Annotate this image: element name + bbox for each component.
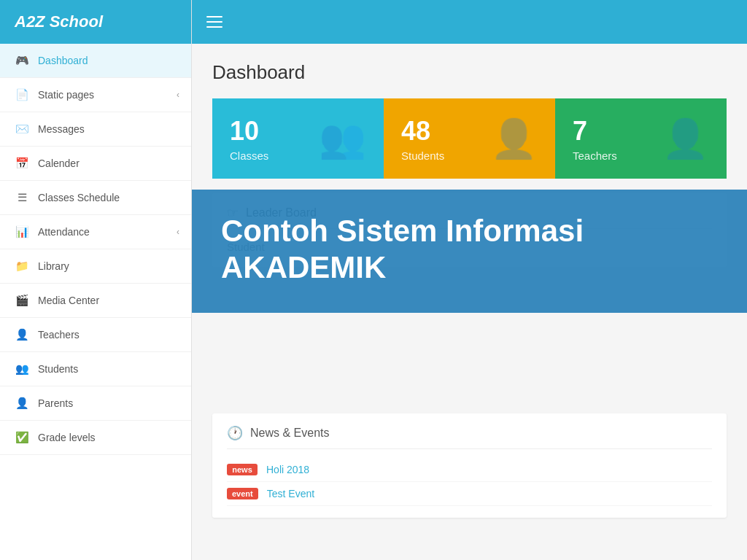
teachers-icon: 👤 <box>662 120 709 158</box>
sidebar-item-dashboard[interactable]: 🎮 Dashboard <box>0 44 191 78</box>
classes-schedule-icon: ☰ <box>15 191 29 204</box>
sidebar-item-classes-schedule[interactable]: ☰ Classes Schedule <box>0 181 191 215</box>
sidebar-header: A2Z School <box>0 0 191 44</box>
news-link-1[interactable]: Test Event <box>267 488 314 499</box>
stat-card-teachers[interactable]: 7 Teachers 👤 <box>555 98 727 179</box>
hamburger-line-1 <box>206 16 222 18</box>
stat-cards-row: 10 Classes 👥 48 Students 👤 7 Teachers 👤 <box>212 98 727 179</box>
static-pages-icon: 📄 <box>15 88 29 101</box>
students-icon: 👤 <box>490 120 538 158</box>
sidebar: A2Z School 🎮 Dashboard 📄 Static pages ‹ … <box>0 0 192 560</box>
stat-card-students[interactable]: 48 Students 👤 <box>384 98 555 179</box>
news-events-icon: 🕐 <box>227 425 243 441</box>
main-area: Dashboard 10 Classes 👥 48 Students 👤 7 <box>192 0 747 560</box>
chevron-icon-attendance: ‹ <box>177 227 179 237</box>
news-item-1: event Test Event <box>227 482 712 506</box>
sidebar-item-calender[interactable]: 📅 Calender <box>0 147 191 181</box>
stat-card-students-text: 48 Students <box>401 116 444 162</box>
grade-levels-icon: ✅ <box>15 431 29 444</box>
calender-icon: 📅 <box>15 157 29 170</box>
teachers-number: 7 <box>573 116 617 147</box>
hamburger-line-2 <box>206 21 222 23</box>
hamburger-line-3 <box>206 26 222 28</box>
topbar <box>192 0 747 44</box>
media-center-icon: 🎬 <box>15 294 29 307</box>
stat-card-teachers-text: 7 Teachers <box>573 116 617 162</box>
news-item-0: news Holi 2018 <box>227 458 712 482</box>
overlay-banner: Contoh Sistem Informasi AKADEMIK <box>192 190 747 313</box>
sidebar-label-attendance: Attendance <box>38 226 90 238</box>
sidebar-label-calender: Calender <box>38 158 80 169</box>
news-link-0[interactable]: Holi 2018 <box>266 464 309 475</box>
sidebar-item-attendance[interactable]: 📊 Attendance ‹ <box>0 215 191 249</box>
sidebar-label-static-pages: Static pages <box>38 89 94 101</box>
sidebar-label-classes-schedule: Classes Schedule <box>38 192 120 203</box>
sidebar-item-parents[interactable]: 👤 Parents <box>0 386 191 421</box>
library-icon: 📁 <box>15 260 29 273</box>
news-badge-0: news <box>227 464 258 475</box>
content-area: Dashboard 10 Classes 👥 48 Students 👤 7 <box>192 44 747 560</box>
sidebar-item-teachers[interactable]: 👤 Teachers <box>0 318 191 352</box>
sidebar-label-media-center: Media Center <box>38 295 99 306</box>
classes-label: Classes <box>230 149 268 162</box>
news-events-header: 🕐 News & Events <box>227 425 712 449</box>
news-events-title: News & Events <box>250 427 329 440</box>
sidebar-item-messages[interactable]: ✉️ Messages <box>0 112 191 147</box>
teachers-label: Teachers <box>573 149 617 162</box>
app-logo: A2Z School <box>15 12 103 31</box>
students-number: 48 <box>401 116 444 147</box>
sidebar-label-parents: Parents <box>38 397 73 409</box>
hamburger-button[interactable] <box>206 16 222 28</box>
sidebar-label-messages: Messages <box>38 123 85 135</box>
stat-card-classes[interactable]: 10 Classes 👥 <box>212 98 384 179</box>
sidebar-label-students: Students <box>38 363 78 375</box>
sidebar-item-media-center[interactable]: 🎬 Media Center <box>0 284 191 318</box>
news-badge-1: event <box>227 488 258 499</box>
sidebar-label-teachers: Teachers <box>38 329 80 341</box>
overlay-title: Contoh Sistem Informasi AKADEMIK <box>221 213 718 287</box>
classes-icon: 👥 <box>319 120 366 158</box>
chevron-icon: ‹ <box>177 90 179 100</box>
messages-icon: ✉️ <box>15 122 29 136</box>
sidebar-item-static-pages[interactable]: 📄 Static pages ‹ <box>0 78 191 112</box>
classes-number: 10 <box>230 116 268 147</box>
sidebar-item-library[interactable]: 📁 Library <box>0 249 191 284</box>
teachers-icon: 👤 <box>15 328 29 341</box>
parents-icon: 👤 <box>15 397 29 410</box>
sidebar-item-grade-levels[interactable]: ✅ Grade levels <box>0 421 191 455</box>
sidebar-label-library: Library <box>38 260 69 272</box>
sidebar-label-dashboard: Dashboard <box>38 55 88 66</box>
sidebar-item-students[interactable]: 👥 Students <box>0 352 191 386</box>
attendance-icon: 📊 <box>15 225 29 238</box>
page-title: Dashboard <box>212 61 727 84</box>
dashboard-icon: 🎮 <box>15 54 29 67</box>
news-events-section: 🕐 News & Events news Holi 2018 event Tes… <box>212 413 727 518</box>
sidebar-label-grade-levels: Grade levels <box>38 432 96 443</box>
stat-card-classes-text: 10 Classes <box>230 116 268 162</box>
students-icon: 👥 <box>15 362 29 376</box>
students-label: Students <box>401 149 444 162</box>
